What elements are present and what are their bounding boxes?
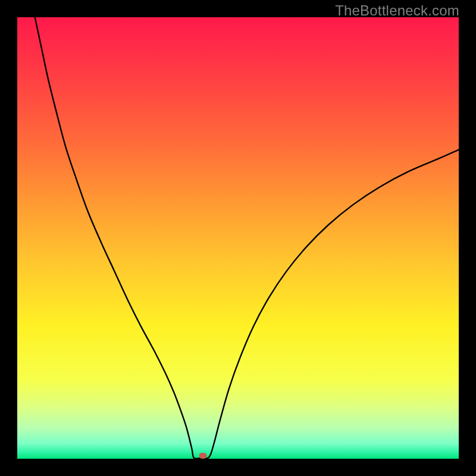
watermark-text: TheBottleneck.com: [335, 2, 459, 19]
bottleneck-curve: [17, 17, 459, 459]
curve-path: [35, 17, 459, 459]
optimum-marker: [199, 453, 206, 459]
chart-frame: TheBottleneck.com: [0, 0, 476, 476]
